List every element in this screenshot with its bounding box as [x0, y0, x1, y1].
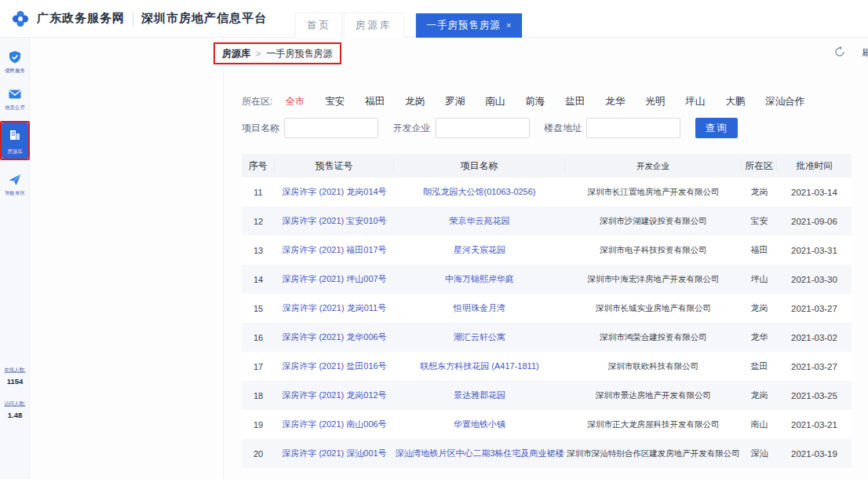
tab-presale-label: 一手房预售房源	[427, 19, 501, 32]
district-option-longhua[interactable]: 龙华	[605, 95, 625, 108]
cert-link[interactable]: 深房许字 (2021) 龙岗012号	[275, 389, 394, 401]
cell-date: 2021-03-27	[777, 304, 852, 313]
breadcrumb-current: 一手房预售房源	[266, 47, 332, 60]
cell-no: 18	[242, 391, 275, 400]
breadcrumb: 房源库 > 一手房预售房源	[213, 42, 341, 64]
project-link[interactable]: 深汕湾地铁片区中心二期3栋住宅及商业裙楼	[394, 448, 565, 459]
col-header-no: 序号	[242, 159, 275, 173]
top-header: 广东政务服务网 深圳市房地产信息平台 首页 房源库 一手房预售房源 ×	[0, 0, 868, 38]
sidebar-item-housing-library-wrap: 房源库	[0, 121, 30, 160]
district-option-all[interactable]: 全市	[285, 95, 305, 108]
cell-no: 16	[242, 333, 275, 342]
cell-date: 2021-03-25	[777, 391, 852, 400]
district-option-pingshan[interactable]: 坪山	[685, 95, 705, 108]
district-option-luohu[interactable]: 罗湖	[445, 95, 465, 108]
developer-group: 开发企业	[393, 118, 526, 138]
breadcrumb-separator: >	[256, 49, 261, 58]
refresh-icon[interactable]	[833, 46, 846, 58]
col-header-developer: 开发企业	[565, 159, 742, 173]
sidebar-item-label: 房源库	[2, 148, 27, 155]
tab-home[interactable]: 首页	[295, 13, 343, 38]
cert-link[interactable]: 深房许字 (2021) 龙岗014号	[275, 186, 394, 198]
sidebar-item-housing-library[interactable]: 房源库	[2, 122, 28, 159]
district-option-baoan[interactable]: 宝安	[325, 95, 345, 108]
developer-input[interactable]	[436, 118, 530, 138]
cell-developer: 深圳市长江置地房地产开发有限公司	[565, 187, 742, 198]
cell-developer: 深圳市联欧科技有限公司	[565, 361, 742, 372]
cell-developer: 深圳市鸿荣合建投资有限公司	[565, 332, 742, 343]
table-row: 18 深房许字 (2021) 龙岗012号 景达雅郡花园 深圳市景达房地产开发有…	[242, 381, 852, 410]
project-link[interactable]: 联想东方科技花园 (A417-1811)	[394, 360, 565, 372]
cell-no: 19	[242, 420, 275, 430]
search-button[interactable]: 查询	[695, 118, 738, 138]
clipped-toolbar-label: 刷	[862, 46, 868, 60]
district-option-futian[interactable]: 福田	[365, 95, 385, 108]
address-group: 楼盘地址	[544, 118, 677, 138]
cell-date: 2021-03-27	[777, 362, 852, 371]
cell-district: 深汕	[742, 448, 777, 459]
cell-district: 南山	[742, 419, 777, 430]
district-option-shenshan[interactable]: 深汕合作	[765, 95, 804, 108]
col-header-district: 所在区	[742, 159, 777, 173]
cell-no: 12	[242, 217, 275, 226]
project-link[interactable]: 荣京华云苑花园	[394, 215, 565, 227]
cell-developer: 深圳市电子科技投资有限公司	[565, 245, 742, 256]
district-option-qianhai[interactable]: 前海	[525, 95, 545, 108]
project-name-group: 项目名称	[242, 118, 374, 138]
col-header-project: 项目名称	[394, 159, 565, 173]
sidebar-item-info-disclosure[interactable]: 信息公开	[0, 87, 30, 112]
cell-district: 龙岗	[742, 302, 777, 314]
search-filter-row: 项目名称 开发企业 楼盘地址 查询	[242, 117, 738, 139]
table-row: 13 深房许字 (2021) 福田017号 星河天宸花园 深圳市电子科技投资有限…	[242, 236, 852, 265]
cert-link[interactable]: 深房许字 (2021) 南山006号	[275, 419, 394, 430]
district-filter-label: 所在区:	[242, 95, 272, 108]
cell-date: 2021-03-14	[777, 188, 852, 197]
tab-housing-library[interactable]: 房源库	[344, 13, 404, 38]
cell-developer: 深圳市深汕特别合作区建发房地产开发有限公司	[565, 448, 742, 459]
cert-link[interactable]: 深房许字 (2021) 龙岗011号	[275, 302, 394, 314]
cell-no: 20	[242, 449, 275, 459]
district-option-longgang[interactable]: 龙岗	[405, 95, 425, 108]
table-row: 15 深房许字 (2021) 龙岗011号 恒明珠金月湾 深圳市长城实业房地产有…	[242, 294, 852, 323]
sidebar-item-citizen-services[interactable]: 便民服务	[0, 50, 30, 75]
col-header-cert: 预售证号	[275, 159, 394, 173]
table-row: 11 深房许字 (2021) 龙岗014号 朗泓龙园大公馆(01063-0256…	[242, 177, 852, 207]
cell-date: 2021-03-19	[777, 449, 852, 459]
cert-link[interactable]: 深房许字 (2021) 盐田016号	[275, 360, 394, 372]
district-option-dapeng[interactable]: 大鹏	[725, 95, 745, 108]
title-divider	[133, 12, 133, 26]
cell-district: 宝安	[742, 215, 777, 227]
sidebar-item-label: 信息公开	[2, 104, 29, 111]
project-link[interactable]: 华置地铁小镇	[394, 419, 565, 430]
cert-link[interactable]: 深房许字 (2021) 龙华006号	[275, 331, 394, 343]
tab-presale-housing[interactable]: 一手房预售房源 ×	[415, 13, 523, 38]
nav-tabs: 首页 房源库 一手房预售房源 ×	[295, 0, 523, 38]
project-name-label: 项目名称	[242, 122, 279, 135]
project-link[interactable]: 朗泓龙园大公馆(01063-0256)	[394, 186, 565, 198]
project-name-input[interactable]	[284, 118, 378, 138]
table-row: 20 深房许字 (2021) 深汕001号 深汕湾地铁片区中心二期3栋住宅及商业…	[242, 439, 852, 468]
content-divider	[223, 38, 224, 479]
district-option-nanshan[interactable]: 南山	[485, 95, 505, 108]
project-link[interactable]: 中海万锦熙岸华庭	[394, 273, 565, 285]
project-link[interactable]: 景达雅郡花园	[394, 389, 565, 401]
tab-close-icon[interactable]: ×	[506, 20, 511, 30]
address-input[interactable]	[586, 118, 680, 138]
cell-date: 2021-03-21	[777, 420, 852, 430]
sidebar-item-navigation-zone[interactable]: 导航专区	[0, 173, 30, 197]
visitor-count-label: 访问人数:	[2, 400, 28, 408]
sidebar: 便民服务 信息公开 房源库 导航专区 在线人数:	[0, 38, 30, 479]
cert-link[interactable]: 深房许字 (2021) 宝安010号	[275, 215, 394, 227]
project-link[interactable]: 潮汇云轩公寓	[394, 331, 565, 343]
cert-link[interactable]: 深房许字 (2021) 福田017号	[275, 244, 394, 256]
project-link[interactable]: 恒明珠金月湾	[394, 302, 565, 314]
platform-title: 深圳市房地产信息平台	[141, 11, 267, 26]
sidebar-stats: 在线人数: 1154 访问人数: 1.48	[0, 352, 30, 419]
cert-link[interactable]: 深房许字 (2021) 坪山007号	[275, 273, 394, 285]
breadcrumb-root[interactable]: 房源库	[222, 47, 250, 60]
district-filter-row: 所在区: 全市 宝安 福田 龙岗 罗湖 南山 前海 盐田 龙华 光明 坪山 大鹏…	[242, 95, 862, 108]
district-option-guangming[interactable]: 光明	[645, 95, 665, 108]
district-option-yantian[interactable]: 盐田	[565, 95, 585, 108]
cert-link[interactable]: 深房许字 (2021) 深汕001号	[275, 448, 394, 459]
project-link[interactable]: 星河天宸花园	[394, 244, 565, 256]
